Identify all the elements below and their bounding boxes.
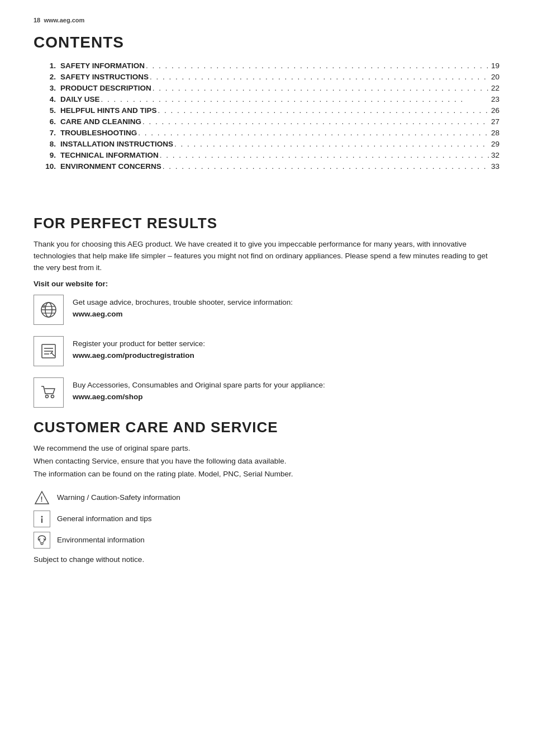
toc-dots: . . . . . . . . . . . . . . . . . . . . … — [149, 73, 489, 82]
toc-num: 4. — [45, 95, 60, 103]
for-perfect-body: Thank you for choosing this AEG product.… — [34, 239, 499, 274]
icon-text-plain: Get usage advice, brochures, trouble sho… — [73, 298, 293, 306]
customer-care-lines: We recommend the use of original spare p… — [34, 443, 499, 480]
toc-dots: . . . . . . . . . . . . . . . . . . . . … — [151, 84, 489, 93]
toc-num: 8. — [45, 140, 60, 148]
icon-text-bold: www.aeg.com/shop — [73, 393, 143, 401]
icon-text-bold: www.aeg.com — [73, 310, 123, 318]
toc-label: HELPFUL HINTS AND TIPS — [60, 106, 157, 115]
globe-icon: @ — [34, 295, 64, 325]
page-number: 18 — [34, 17, 40, 23]
toc-num: 7. — [45, 129, 60, 137]
customer-care-line: When contacting Service, ensure that you… — [34, 456, 499, 467]
environment-icon — [34, 532, 50, 549]
toc-row: 6.CARE AND CLEANING . . . . . . . . . . … — [45, 117, 499, 126]
page-header: 18 www.aeg.com — [34, 17, 499, 23]
customer-care-title: CUSTOMER CARE AND SERVICE — [34, 419, 499, 436]
toc-row: 9.TECHNICAL INFORMATION . . . . . . . . … — [45, 151, 499, 160]
toc-page: 33 — [489, 162, 499, 171]
icon-text-plain: Buy Accessories, Consumables and Origina… — [73, 381, 325, 389]
toc-page: 28 — [489, 129, 499, 137]
svg-point-15 — [41, 516, 43, 517]
contents-title: CONTENTS — [34, 34, 499, 51]
website-icon-row: @ Get usage advice, brochures, trouble s… — [34, 295, 499, 325]
visit-label: Visit our website for: — [34, 280, 499, 288]
svg-text:!: ! — [41, 495, 43, 503]
for-perfect-title: FOR PERFECT RESULTS — [34, 215, 499, 232]
website-icon-row: Register your product for better service… — [34, 336, 499, 366]
svg-line-10 — [51, 353, 55, 356]
customer-care-line: We recommend the use of original spare p… — [34, 443, 499, 455]
website-header: www.aeg.com — [44, 17, 84, 23]
toc-row: 8.INSTALLATION INSTRUCTIONS . . . . . . … — [45, 140, 499, 149]
register-icon — [34, 336, 64, 366]
toc-row: 5.HELPFUL HINTS AND TIPS . . . . . . . .… — [45, 106, 499, 115]
toc-num: 2. — [45, 73, 60, 81]
toc-label: DAILY USE — [60, 95, 100, 103]
toc-page: 19 — [489, 62, 499, 70]
svg-point-13 — [51, 395, 54, 398]
toc-label: ENVIRONMENT CONCERNS — [60, 162, 161, 171]
toc-num: 5. — [45, 106, 60, 115]
toc-row: 10.ENVIRONMENT CONCERNS . . . . . . . . … — [45, 162, 499, 171]
toc-num: 1. — [45, 62, 60, 70]
toc-dots: . . . . . . . . . . . . . . . . . . . . … — [145, 62, 489, 70]
toc-page: 32 — [489, 151, 499, 159]
toc-dots: . . . . . . . . . . . . . . . . . . . . … — [137, 129, 489, 138]
toc-row: 7.TROUBLESHOOTING . . . . . . . . . . . … — [45, 129, 499, 138]
cart-icon — [34, 377, 64, 408]
toc-dots: . . . . . . . . . . . . . . . . . . . . … — [161, 162, 489, 171]
legend-row: Environmental information — [34, 532, 499, 549]
legend-label: General information and tips — [57, 514, 152, 523]
toc-label: TECHNICAL INFORMATION — [60, 151, 159, 159]
toc-row: 4.DAILY USE . . . . . . . . . . . . . . … — [45, 95, 499, 104]
toc-dots: . . . . . . . . . . . . . . . . . . . . … — [100, 95, 489, 104]
info-icon — [34, 511, 50, 527]
legend-container: ! Warning / Caution-Safety information G… — [34, 489, 499, 549]
website-icon-row: Buy Accessories, Consumables and Origina… — [34, 377, 499, 408]
customer-care-line: The information can be found on the rati… — [34, 469, 499, 480]
toc-row: 1.SAFETY INFORMATION . . . . . . . . . .… — [45, 62, 499, 70]
svg-text:@: @ — [42, 304, 46, 308]
toc-dots: . . . . . . . . . . . . . . . . . . . . … — [141, 117, 489, 126]
icon-description: Get usage advice, brochures, trouble sho… — [73, 295, 293, 320]
spacer1 — [34, 176, 499, 209]
spacer2 — [34, 481, 499, 489]
toc-page: 23 — [489, 95, 499, 103]
icon-text-plain: Register your product for better service… — [73, 339, 205, 348]
toc-num: 10. — [45, 162, 60, 171]
legend-label: Warning / Caution-Safety information — [57, 493, 180, 502]
toc-page: 27 — [489, 117, 499, 126]
toc-page: 20 — [489, 73, 499, 81]
toc-page: 26 — [489, 106, 499, 115]
toc-dots: . . . . . . . . . . . . . . . . . . . . … — [157, 106, 489, 115]
toc-row: 2.SAFETY INSTRUCTIONS . . . . . . . . . … — [45, 73, 499, 82]
toc-label: CARE AND CLEANING — [60, 117, 141, 126]
toc-num: 6. — [45, 117, 60, 126]
legend-row: ! Warning / Caution-Safety information — [34, 489, 499, 506]
toc-dots: . . . . . . . . . . . . . . . . . . . . … — [159, 151, 489, 160]
toc-num: 3. — [45, 84, 60, 92]
icon-description: Buy Accessories, Consumables and Origina… — [73, 377, 325, 403]
icon-description: Register your product for better service… — [73, 336, 205, 362]
customer-care-section: CUSTOMER CARE AND SERVICE We recommend t… — [34, 419, 499, 564]
toc-label: SAFETY INFORMATION — [60, 62, 145, 70]
toc-page: 22 — [489, 84, 499, 92]
warning-icon: ! — [34, 489, 50, 506]
toc-list: 1.SAFETY INFORMATION . . . . . . . . . .… — [34, 62, 499, 171]
svg-point-12 — [46, 395, 49, 398]
icon-text-bold: www.aeg.com/productregistration — [73, 351, 194, 360]
toc-page: 29 — [489, 140, 499, 148]
toc-label: TROUBLESHOOTING — [60, 129, 137, 137]
legend-row: General information and tips — [34, 511, 499, 527]
toc-dots: . . . . . . . . . . . . . . . . . . . . … — [173, 140, 489, 149]
toc-label: INSTALLATION INSTRUCTIONS — [60, 140, 173, 148]
toc-label: PRODUCT DESCRIPTION — [60, 84, 151, 92]
toc-num: 9. — [45, 151, 60, 159]
legend-label: Environmental information — [57, 536, 145, 544]
toc-row: 3.PRODUCT DESCRIPTION . . . . . . . . . … — [45, 84, 499, 93]
subject-to-change: Subject to change without notice. — [34, 555, 499, 564]
for-perfect-section: FOR PERFECT RESULTS Thank you for choosi… — [34, 215, 499, 408]
icon-rows-container: @ Get usage advice, brochures, trouble s… — [34, 295, 499, 408]
toc-label: SAFETY INSTRUCTIONS — [60, 73, 149, 81]
